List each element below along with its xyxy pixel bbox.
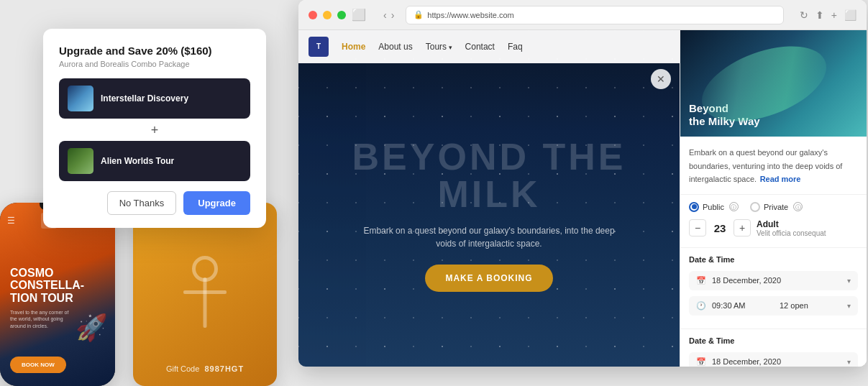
adult-label: Adult (757, 219, 826, 229)
gift-card: Gift Code 8987HGT (133, 203, 277, 386)
date-value-1: 18 December, 2020 (712, 276, 841, 285)
tour-item-2: Alien Worlds Tour (59, 141, 250, 181)
ankh-horizontal (183, 290, 227, 294)
adult-sublabel: Velit officia consequat (757, 229, 826, 237)
read-more-link[interactable]: Read more (760, 175, 801, 183)
stepper-value: 23 (706, 222, 734, 234)
panel-hero-label-line1: Beyond (689, 102, 760, 115)
close-traffic-light[interactable] (309, 11, 317, 19)
date-chevron-1: ▾ (847, 277, 851, 285)
date-section-1: Date & Time 📅 18 December, 2020 ▾ 🕐 09:3… (680, 247, 867, 328)
time-value: 09:30 AM (712, 301, 774, 310)
gift-code-value: 8987HGT (204, 364, 244, 373)
nav-faq[interactable]: Faq (508, 42, 523, 52)
mobile-menu-icon: ☰ (7, 216, 15, 226)
mobile-book-now-button[interactable]: BOOK NOW (10, 357, 66, 373)
address-bar[interactable]: 🔒 https://www.website.com (406, 6, 783, 24)
date-section-title-1: Date & Time (689, 255, 858, 264)
site-main: T Home About us Tours Contact Faq ✕ BEYO… (298, 30, 680, 367)
public-radio[interactable]: Public ⓘ (689, 202, 739, 212)
back-button[interactable]: ‹ (383, 9, 387, 21)
tour-item-1: Interstellar Discovery (59, 78, 250, 119)
upgrade-popup: Upgrade and Save 20% ($160) Aurora and B… (43, 29, 266, 228)
share-button[interactable]: ⬆ (816, 9, 824, 21)
mobile-screen: ☰ BOOK COSMO CONSTELLA- TION TOUR Travel… (0, 203, 115, 386)
upgrade-button[interactable]: Upgrade (183, 191, 250, 215)
private-radio[interactable]: Private ⓘ (750, 202, 803, 212)
date-chevron-2: ▾ (847, 358, 851, 366)
calendar-icon-1: 📅 (696, 276, 706, 285)
popup-subtitle: Aurora and Borealis Combo Package (59, 60, 250, 68)
tour-name-2: Alien Worlds Tour (101, 156, 174, 166)
date-picker-2[interactable]: 📅 18 December, 2020 ▾ (689, 352, 858, 367)
plus-icon: + (59, 123, 250, 138)
date-section-title-2: Date & Time (689, 336, 858, 345)
clock-icon: 🕐 (696, 301, 706, 311)
nav-about[interactable]: About us (378, 42, 412, 52)
mobile-tour-title: COSMO CONSTELLA- TION TOUR (10, 267, 84, 305)
browser-window: ⬜ ‹ › 🔒 https://www.website.com ↻ ⬆ + ⬜ … (298, 0, 867, 367)
mobile-silhouette-icon: 🚀 (76, 313, 108, 343)
stepper-minus-button[interactable]: − (689, 219, 706, 236)
new-tab-button[interactable]: + (831, 9, 837, 21)
popup-actions: No Thanks Upgrade (59, 191, 250, 215)
tour-thumb-2 (68, 148, 93, 174)
panel-hero-label-line2: the Milky Way (689, 115, 760, 128)
booking-button[interactable]: MAKE A BOOKING (425, 265, 552, 292)
forward-button[interactable]: › (391, 9, 395, 21)
site-content: T Home About us Tours Contact Faq ✕ BEYO… (298, 30, 867, 367)
tour-name-1: Interstellar Discovery (101, 93, 188, 104)
address-text: https://www.website.com (427, 11, 513, 19)
lock-icon: 🔒 (414, 10, 424, 19)
minimize-traffic-light[interactable] (323, 11, 332, 19)
browser-chrome: ⬜ ‹ › 🔒 https://www.website.com ↻ ⬆ + ⬜ (298, 0, 867, 30)
panel-hero-label: Beyond the Milky Way (689, 102, 760, 128)
visibility-section: Public ⓘ Private ⓘ − 23 + Adult Ve (680, 194, 867, 247)
site-logo: T (309, 37, 329, 57)
calendar-icon-2: 📅 (696, 357, 706, 367)
hero-title: BEYOND THE MILK (298, 138, 680, 213)
nav-tours[interactable]: Tours (426, 42, 452, 52)
mobile-tour-title-line3: TION TOUR (10, 292, 84, 305)
date-value-2: 18 December, 2020 (712, 357, 841, 366)
ankh-vertical (204, 277, 207, 328)
nav-home[interactable]: Home (342, 42, 365, 52)
private-info-icon[interactable]: ⓘ (793, 202, 803, 211)
date-picker-1[interactable]: 📅 18 December, 2020 ▾ (689, 271, 858, 290)
date-section-2: Date & Time 📅 18 December, 2020 ▾ (680, 328, 867, 367)
maximize-traffic-light[interactable] (337, 11, 346, 19)
site-nav: T Home About us Tours Contact Faq (298, 30, 680, 63)
panel-body: Embark on a quest beyond our galaxy's bo… (680, 137, 867, 194)
time-chevron: ▾ (847, 302, 851, 310)
stepper-plus-button[interactable]: + (734, 219, 751, 236)
browser-nav: ‹ › (383, 9, 394, 21)
site-close-button[interactable]: ✕ (651, 69, 671, 89)
tabs-button[interactable]: ⬜ (844, 9, 856, 21)
tour-thumb-1 (68, 86, 93, 111)
hero-overlay: BEYOND THE MILK Embark on a quest beyond… (298, 63, 680, 367)
gift-code-label: Gift Code (166, 364, 199, 373)
refresh-button[interactable]: ↻ (800, 9, 808, 21)
private-radio-circle (750, 202, 760, 212)
ankh-icon (173, 256, 237, 328)
time-slots: 12 open (780, 301, 841, 310)
site-right-panel: Beyond the Milky Way Embark on a quest b… (680, 30, 867, 367)
mobile-content: COSMO CONSTELLA- TION TOUR Travel to the… (10, 267, 84, 330)
mobile-tour-title-line2: CONSTELLA- (10, 279, 84, 292)
no-thanks-button[interactable]: No Thanks (107, 191, 177, 215)
visibility-radio-group: Public ⓘ Private ⓘ (689, 202, 858, 212)
mobile-mockup: ☰ BOOK COSMO CONSTELLA- TION TOUR Travel… (0, 203, 115, 386)
public-label: Public (703, 203, 724, 211)
browser-toolbar: ↻ ⬆ + ⬜ (800, 9, 856, 21)
hero-description: Embark on a quest beyond our galaxy's bo… (360, 224, 618, 250)
mobile-tour-title-line1: COSMO (10, 267, 84, 280)
stepper-row: − 23 + Adult Velit officia consequat (689, 219, 858, 237)
time-picker[interactable]: 🕐 09:30 AM 12 open ▾ (689, 296, 858, 316)
popup-title: Upgrade and Save 20% ($160) (59, 45, 250, 57)
sidebar-toggle-button[interactable]: ⬜ (352, 8, 366, 22)
stepper-label: Adult Velit officia consequat (757, 219, 826, 237)
private-label: Private (764, 203, 788, 211)
nav-contact[interactable]: Contact (465, 42, 495, 52)
public-info-icon[interactable]: ⓘ (729, 202, 739, 211)
public-radio-circle (689, 202, 699, 212)
